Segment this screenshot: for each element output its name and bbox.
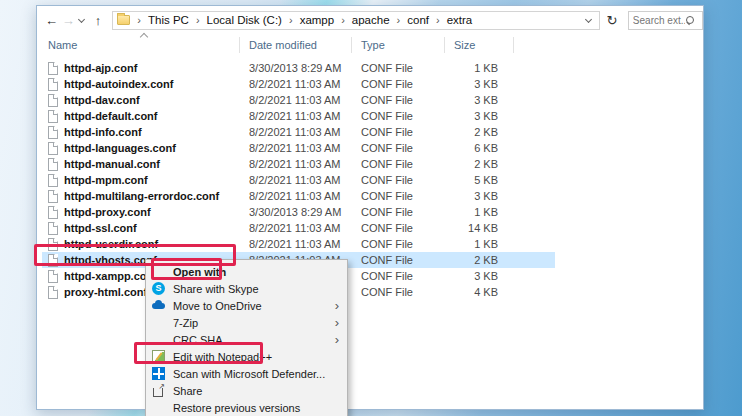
column-header-date-modified[interactable]: Date modified	[249, 39, 317, 51]
sort-ascending-icon	[140, 33, 148, 41]
breadcrumb-item[interactable]: conf	[390, 14, 429, 26]
no-icon	[152, 401, 165, 414]
file-type: CONF File	[361, 206, 457, 218]
menu-item[interactable]: Open with ›	[146, 263, 347, 280]
table-row[interactable]: httpd-proxy.conf 3/30/2013 8:29 AM CONF …	[42, 204, 555, 220]
file-name-cell: httpd-userdir.conf	[42, 238, 249, 251]
file-name-cell: httpd-proxy.conf	[42, 206, 249, 219]
column-separator[interactable]	[239, 37, 240, 53]
file-date: 3/30/2013 8:29 AM	[249, 62, 361, 74]
table-row[interactable]: httpd-ajp.conf 3/30/2013 8:29 AM CONF Fi…	[42, 60, 555, 76]
share-icon	[152, 384, 165, 397]
file-size: 14 KB	[457, 222, 498, 234]
document-icon	[48, 222, 58, 235]
navigation-toolbar: ← → ↑ This PC Local Disk (C:) xampp apac…	[37, 6, 703, 34]
table-row[interactable]: httpd-dav.conf 8/2/2021 11:03 AM CONF Fi…	[42, 92, 555, 108]
breadcrumb-item[interactable]: xampp	[282, 14, 334, 26]
table-row[interactable]: httpd-multilang-errordoc.conf 8/2/2021 1…	[42, 188, 555, 204]
document-icon	[48, 206, 58, 219]
menu-item-label: Open with	[173, 266, 226, 278]
file-type: CONF File	[361, 62, 457, 74]
menu-item[interactable]: 7-Zip ›	[146, 314, 347, 331]
menu-item-label: Share with Skype	[173, 283, 259, 295]
file-type: CONF File	[361, 238, 457, 250]
table-row[interactable]: httpd-autoindex.conf 8/2/2021 11:03 AM C…	[42, 76, 555, 92]
file-name: httpd-manual.conf	[64, 158, 160, 170]
menu-item[interactable]: Edit with Notepad++ ›	[146, 348, 347, 365]
file-name: httpd-ajp.conf	[64, 62, 137, 74]
file-type: CONF File	[361, 126, 457, 138]
file-size: 1 KB	[457, 206, 498, 218]
file-type: CONF File	[361, 142, 457, 154]
refresh-icon[interactable]: ↻	[604, 13, 620, 28]
document-icon	[48, 174, 58, 187]
column-header-name[interactable]: Name	[48, 39, 77, 51]
table-row[interactable]: httpd-manual.conf 8/2/2021 11:03 AM CONF…	[42, 156, 555, 172]
file-name-cell: httpd-info.conf	[42, 126, 249, 139]
file-name-cell: httpd-default.conf	[42, 110, 249, 123]
document-icon	[48, 62, 58, 75]
search-icon	[685, 15, 696, 26]
menu-item-label: Move to OneDrive	[173, 300, 262, 312]
column-separator[interactable]	[513, 37, 514, 53]
search-box[interactable]	[628, 11, 703, 30]
table-row[interactable]: httpd-userdir.conf 8/2/2021 11:03 AM CON…	[42, 236, 555, 252]
file-name-cell: httpd-ajp.conf	[42, 62, 249, 75]
file-size: 4 KB	[457, 286, 498, 298]
breadcrumb-item-label: This PC	[148, 14, 189, 26]
file-name: httpd-mpm.conf	[64, 174, 148, 186]
file-name-cell: httpd-dav.conf	[42, 94, 249, 107]
menu-item[interactable]: CRC SHA ›	[146, 331, 347, 348]
menu-item-label: Share	[173, 385, 202, 397]
menu-item[interactable]: Restore previous versions ›	[146, 399, 347, 416]
column-separator[interactable]	[444, 37, 445, 53]
back-button[interactable]: ←	[43, 14, 60, 27]
document-icon	[48, 126, 58, 139]
table-row[interactable]: httpd-languages.conf 8/2/2021 11:03 AM C…	[42, 140, 555, 156]
breadcrumb-item-label: xampp	[300, 14, 335, 26]
file-name-cell: httpd-languages.conf	[42, 142, 249, 155]
file-size: 5 KB	[457, 174, 498, 186]
breadcrumb-item[interactable]: apache	[334, 14, 389, 26]
address-bar[interactable]: This PC Local Disk (C:) xampp apache con…	[112, 11, 600, 30]
file-date: 8/2/2021 11:03 AM	[249, 190, 361, 202]
file-name-cell: httpd-manual.conf	[42, 158, 249, 171]
file-name: httpd-dav.conf	[64, 94, 140, 106]
file-date: 8/2/2021 11:03 AM	[249, 126, 361, 138]
menu-item[interactable]: Scan with Microsoft Defender... ›	[146, 365, 347, 382]
recent-locations-chevron-icon[interactable]	[78, 15, 85, 22]
address-dropdown-chevron-icon[interactable]	[585, 15, 592, 22]
table-row[interactable]: httpd-ssl.conf 8/2/2021 11:03 AM CONF Fi…	[42, 220, 555, 236]
file-name: httpd-userdir.conf	[64, 238, 158, 250]
forward-button[interactable]: →	[60, 14, 77, 27]
file-name: httpd-default.conf	[64, 110, 157, 122]
column-separator[interactable]	[351, 37, 352, 53]
file-size: 3 KB	[457, 270, 498, 282]
explorer-window: ← → ↑ This PC Local Disk (C:) xampp apac…	[36, 5, 704, 410]
up-button[interactable]: ↑	[90, 14, 107, 27]
menu-item[interactable]: Share ›	[146, 382, 347, 399]
file-name: proxy-html.conf	[64, 286, 147, 298]
breadcrumb-item[interactable]: Local Disk (C:)	[189, 14, 282, 26]
table-row[interactable]: httpd-default.conf 8/2/2021 11:03 AM CON…	[42, 108, 555, 124]
menu-item[interactable]: Share with Skype ›	[146, 280, 347, 297]
breadcrumb-item-label: Local Disk (C:)	[207, 14, 282, 26]
file-type: CONF File	[361, 270, 457, 282]
breadcrumb-item[interactable]: This PC	[130, 14, 189, 26]
breadcrumb-item[interactable]: extra	[429, 14, 472, 26]
no-icon	[152, 333, 165, 346]
column-header-size[interactable]: Size	[454, 39, 475, 51]
search-input[interactable]	[633, 15, 685, 26]
file-date: 3/30/2013 8:29 AM	[249, 206, 361, 218]
column-header-type[interactable]: Type	[361, 39, 385, 51]
file-size: 2 KB	[457, 126, 498, 138]
menu-item-label: Restore previous versions	[173, 402, 300, 414]
table-row[interactable]: httpd-info.conf 8/2/2021 11:03 AM CONF F…	[42, 124, 555, 140]
file-type: CONF File	[361, 158, 457, 170]
menu-item[interactable]: Move to OneDrive ›	[146, 297, 347, 314]
file-name: httpd-multilang-errordoc.conf	[64, 190, 219, 202]
table-row[interactable]: httpd-mpm.conf 8/2/2021 11:03 AM CONF Fi…	[42, 172, 555, 188]
onedrive-icon	[152, 299, 165, 312]
document-icon	[48, 110, 58, 123]
document-icon	[48, 254, 58, 267]
